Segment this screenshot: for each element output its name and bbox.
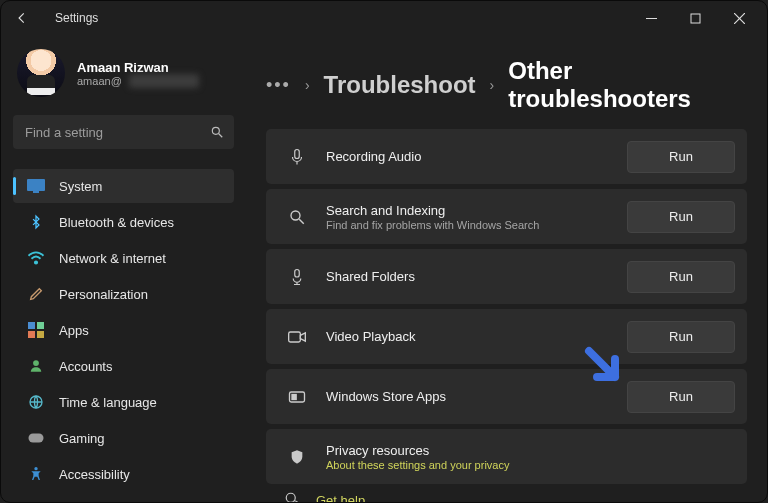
svg-rect-10 — [37, 322, 44, 329]
apps-icon — [27, 321, 45, 339]
store-icon — [282, 389, 312, 405]
mic-icon — [282, 146, 312, 168]
profile-name: Amaan Rizwan — [77, 60, 169, 75]
svg-rect-9 — [28, 322, 35, 329]
help-label: Get help — [316, 493, 365, 503]
svg-point-18 — [291, 211, 300, 220]
profile-email: amaan@ — [77, 75, 169, 87]
person-icon — [27, 357, 45, 375]
shield-icon — [27, 501, 45, 502]
svg-rect-15 — [29, 434, 44, 443]
card-title: Video Playback — [326, 329, 627, 344]
chevron-right-icon: › — [305, 77, 310, 93]
video-icon — [282, 329, 312, 345]
card-title: Search and Indexing — [326, 203, 627, 218]
wifi-icon — [27, 249, 45, 267]
sidebar-item-label: Network & internet — [59, 251, 166, 266]
card-subtitle: About these settings and your privacy — [326, 459, 735, 471]
globe-icon — [27, 393, 45, 411]
run-button[interactable]: Run — [627, 201, 735, 233]
minimize-button[interactable] — [629, 3, 673, 33]
close-button[interactable] — [717, 3, 761, 33]
sidebar-item-time[interactable]: Time & language — [13, 385, 234, 419]
sidebar-item-accounts[interactable]: Accounts — [13, 349, 234, 383]
troubleshooter-windows-store: Windows Store Apps Run — [266, 369, 747, 424]
svg-rect-7 — [33, 191, 39, 193]
sidebar-item-label: System — [59, 179, 102, 194]
sidebar-item-label: Bluetooth & devices — [59, 215, 174, 230]
svg-point-8 — [35, 261, 37, 263]
breadcrumb: ••• › Troubleshoot › Other troubleshoote… — [266, 57, 747, 113]
shield-icon — [282, 448, 312, 466]
sidebar-item-gaming[interactable]: Gaming — [13, 421, 234, 455]
svg-point-16 — [34, 467, 37, 470]
run-button[interactable]: Run — [627, 261, 735, 293]
troubleshooter-recording-audio: Recording Audio Run — [266, 129, 747, 184]
breadcrumb-current: Other troubleshooters — [508, 57, 747, 113]
sidebar-item-label: Accounts — [59, 359, 112, 374]
sidebar-item-system[interactable]: System — [13, 169, 234, 203]
breadcrumb-overflow[interactable]: ••• — [266, 75, 291, 96]
svg-rect-17 — [295, 149, 300, 158]
sidebar-item-label: Accessibility — [59, 467, 130, 482]
sidebar-item-label: Gaming — [59, 431, 105, 446]
svg-rect-11 — [28, 331, 35, 338]
svg-line-19 — [299, 219, 304, 224]
titlebar: Settings — [1, 1, 767, 35]
run-button[interactable]: Run — [627, 381, 735, 413]
main: ••• › Troubleshoot › Other troubleshoote… — [246, 35, 767, 502]
share-icon — [282, 267, 312, 287]
card-title: Shared Folders — [326, 269, 627, 284]
run-button[interactable]: Run — [627, 321, 735, 353]
troubleshooter-shared-folders: Shared Folders Run — [266, 249, 747, 304]
bluetooth-icon — [27, 213, 45, 231]
troubleshooter-search-indexing: Search and Indexing Find and fix problem… — [266, 189, 747, 244]
help-icon — [284, 491, 302, 502]
get-help-link[interactable]: Get help — [266, 489, 747, 502]
sidebar-item-privacy[interactable]: Privacy & security — [13, 493, 234, 502]
search-input[interactable] — [13, 115, 234, 149]
card-title: Windows Store Apps — [326, 389, 627, 404]
sidebar-item-apps[interactable]: Apps — [13, 313, 234, 347]
svg-rect-21 — [289, 332, 301, 342]
chevron-right-icon: › — [490, 77, 495, 93]
gaming-icon — [27, 429, 45, 447]
sidebar-item-label: Time & language — [59, 395, 157, 410]
avatar — [17, 49, 65, 97]
svg-rect-20 — [295, 269, 300, 277]
brush-icon — [27, 285, 45, 303]
sidebar-item-label: Personalization — [59, 287, 148, 302]
svg-rect-6 — [27, 179, 45, 191]
sidebar-item-accessibility[interactable]: Accessibility — [13, 457, 234, 491]
display-icon — [27, 177, 45, 195]
run-button[interactable]: Run — [627, 141, 735, 173]
accessibility-icon — [27, 465, 45, 483]
profile[interactable]: Amaan Rizwan amaan@ — [13, 45, 234, 111]
privacy-resources[interactable]: Privacy resources About these settings a… — [266, 429, 747, 484]
troubleshooter-video-playback: Video Playback Run — [266, 309, 747, 364]
sidebar-item-personalization[interactable]: Personalization — [13, 277, 234, 311]
window-title: Settings — [55, 11, 98, 25]
svg-rect-23 — [292, 394, 296, 399]
maximize-button[interactable] — [673, 3, 717, 33]
search-icon — [282, 208, 312, 226]
svg-point-13 — [33, 360, 39, 366]
sidebar-item-network[interactable]: Network & internet — [13, 241, 234, 275]
breadcrumb-parent[interactable]: Troubleshoot — [324, 71, 476, 99]
back-button[interactable] — [15, 11, 35, 25]
sidebar-item-bluetooth[interactable]: Bluetooth & devices — [13, 205, 234, 239]
card-title: Recording Audio — [326, 149, 627, 164]
sidebar-item-label: Apps — [59, 323, 89, 338]
sidebar: Amaan Rizwan amaan@ System Bluetooth & — [1, 35, 246, 502]
card-title: Privacy resources — [326, 443, 735, 458]
svg-rect-1 — [691, 14, 700, 23]
card-subtitle: Find and fix problems with Windows Searc… — [326, 219, 627, 231]
svg-rect-12 — [37, 331, 44, 338]
